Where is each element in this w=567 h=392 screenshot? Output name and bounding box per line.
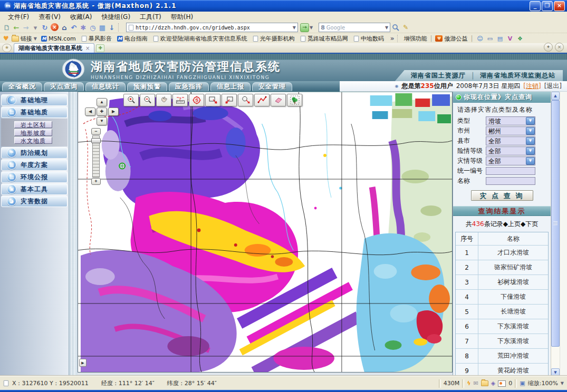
pan-right-button[interactable]: ▶	[108, 107, 119, 116]
result-row[interactable]: 1才口水滑坡	[456, 246, 548, 260]
tabbar-settings-button[interactable]: ✦	[544, 43, 553, 52]
sidebar-item-1[interactable]: »基础地理	[1, 94, 68, 106]
select-3[interactable]: 全部▼	[486, 136, 535, 145]
chevron-down-icon[interactable]: ▼	[526, 127, 535, 135]
forward-button[interactable]: →	[21, 23, 31, 32]
restore-button[interactable]: ❐	[542, 1, 553, 11]
address-bar[interactable]: http://dzzh.hndh.gov.cn/gridweb.aspx ▼	[126, 23, 298, 32]
sidebar-subitem-1[interactable]: 岩土区划	[14, 121, 52, 128]
nav-tab-2[interactable]: 灾点查询	[44, 82, 84, 91]
next-page-link[interactable]: ◆下页	[521, 220, 538, 228]
search-box[interactable]: 8 Google ▼	[319, 23, 390, 32]
result-row[interactable]: 2骆家恒矿滑坡	[456, 260, 548, 275]
go-dropdown-icon[interactable]: ▼	[310, 25, 313, 30]
geology-map[interactable]	[78, 92, 452, 372]
identify-tool[interactable]	[238, 94, 253, 106]
sidebar-item-7[interactable]: ◕灾害数据	[1, 195, 68, 207]
search-button[interactable]	[391, 23, 400, 32]
filter-button[interactable]: ✱	[79, 23, 88, 32]
zoom-out-tool[interactable]	[140, 94, 155, 106]
result-row[interactable]: 5长塘滑坡	[456, 305, 548, 319]
menu-item-5[interactable]: 工具(T)	[135, 13, 166, 22]
nav-tab-7[interactable]: 安全管理	[252, 82, 292, 91]
menu-item-1[interactable]: 文件(F)	[3, 13, 34, 22]
eraser-tool[interactable]	[271, 94, 286, 106]
nav-tab-6[interactable]: 信息上报	[210, 82, 251, 91]
link-item-1[interactable]: MMSN.com	[39, 35, 79, 42]
zoom-rect-tool[interactable]	[205, 94, 220, 106]
links-folder-label[interactable]: 链接	[21, 35, 32, 43]
sidebar-item-3[interactable]: ☂防治规划	[1, 147, 68, 159]
menu-item-3[interactable]: 收藏(A)	[65, 13, 97, 22]
pan-left-button[interactable]: ◀	[85, 107, 95, 116]
link-item-7[interactable]: 中地数码	[351, 35, 387, 43]
lightning-icon[interactable]: ϟ	[467, 380, 470, 387]
tab-close-icon[interactable]: ×	[85, 45, 90, 51]
maxthon-vip-icon[interactable]: V	[506, 35, 514, 42]
link-item-6[interactable]: 觅路城市精品网	[297, 35, 351, 43]
highlighter-button[interactable]: ✎	[401, 23, 410, 32]
history-button[interactable]: ◷	[88, 23, 98, 32]
zoom-in-tool[interactable]	[123, 94, 139, 106]
search-input[interactable]: Google	[326, 25, 383, 31]
address-dropdown-icon[interactable]: ▼	[293, 25, 296, 30]
exit-link[interactable]: [退出]	[544, 82, 562, 91]
nav-tab-5[interactable]: 应急指挥	[169, 82, 209, 91]
search-dropdown-icon[interactable]: ▼	[385, 25, 388, 30]
result-row[interactable]: 3衫树垅滑坡	[456, 275, 548, 290]
address-url[interactable]: http://dzzh.hndh.gov.cn/gridweb.aspx	[136, 25, 291, 31]
refresh-button[interactable]: ↻	[40, 23, 50, 32]
nav-tab-1[interactable]: 全省概况	[2, 82, 42, 91]
sidebar-subitem-2[interactable]: 地形坡度	[14, 129, 52, 136]
link-item-4[interactable]: 欢迎登陆湖南省地质灾害信息系统	[150, 35, 250, 43]
panel-splitter[interactable]	[69, 92, 78, 377]
pan-up-button[interactable]: ▲	[97, 98, 107, 106]
links-dropdown-icon[interactable]: ▼	[34, 36, 37, 41]
menu-item-4[interactable]: 快捷组(G)	[97, 13, 135, 22]
page-scrollbar[interactable]: ▲ ▼	[551, 92, 560, 377]
text-input-1[interactable]	[486, 167, 535, 175]
select-4[interactable]: 全部▼	[486, 146, 535, 155]
zoom-out-button[interactable]: −	[91, 128, 101, 135]
go-button[interactable]: →	[300, 23, 309, 32]
charity-shield-icon[interactable]: ♥	[435, 35, 443, 42]
result-row[interactable]: 6下东溪滑坡	[456, 319, 548, 334]
new-tab-button[interactable]: ✚	[96, 44, 104, 52]
link-item-2[interactable]: 暴风影音	[79, 35, 114, 43]
result-name[interactable]: 才口水滑坡	[478, 248, 548, 257]
history-dropdown-button[interactable]: ▾	[31, 23, 40, 32]
link-item-3[interactable]: M电台指南	[114, 35, 150, 43]
images-icon[interactable]	[498, 380, 506, 387]
back-button[interactable]: ←	[12, 23, 21, 32]
result-row[interactable]: 4下僮滑坡	[456, 290, 548, 305]
result-name[interactable]: 黄花岭滑坡	[478, 366, 548, 375]
sidebar-item-5[interactable]: ▨环境公报	[1, 171, 68, 183]
map-viewport[interactable]: ?S ▲ ◀ ✚ ▶ ▼ − +	[78, 92, 453, 373]
enhance-button[interactable]: 增强功能	[403, 35, 427, 43]
org-link-1[interactable]: 湖南省国土资源厅	[411, 71, 466, 80]
query-submit-button[interactable]: 灾 点 查 询	[471, 190, 533, 201]
chevron-down-icon[interactable]: ▼	[526, 117, 535, 125]
new-tab-button[interactable]: 🗋	[2, 23, 12, 32]
chevron-down-icon[interactable]: ▼	[526, 147, 535, 155]
pan-center-button[interactable]: ✚	[97, 107, 107, 116]
links-folder-icon[interactable]	[12, 36, 19, 42]
result-row[interactable]: 8荒田冲滑坡	[456, 349, 548, 364]
splitter-collapse-button[interactable]: ▶	[79, 359, 87, 367]
result-row[interactable]: 7下东溪滑坡	[456, 334, 548, 349]
layer-tree-tool[interactable]	[287, 94, 302, 106]
select-5[interactable]: 全部▼	[486, 156, 535, 165]
select-2[interactable]: 郴州▼	[486, 126, 535, 135]
chevron-down-icon[interactable]: ▼	[526, 157, 535, 165]
favorites-heart-icon[interactable]: ♥	[3, 35, 9, 42]
download-button[interactable]: ↓	[107, 23, 117, 32]
notes-icon[interactable]: ▤	[496, 35, 504, 42]
prev-page-link[interactable]: ◆上页	[503, 220, 521, 228]
tabbar-close-button[interactable]: ×	[555, 43, 564, 52]
compass-tool[interactable]: S	[189, 94, 204, 106]
zoom-in-button[interactable]: +	[91, 178, 101, 185]
scroll-track[interactable]	[551, 347, 560, 368]
zoom-slider-thumb[interactable]	[91, 138, 101, 143]
scroll-up-button[interactable]: ▲	[551, 92, 560, 100]
stop-button[interactable]: ×	[51, 23, 59, 31]
